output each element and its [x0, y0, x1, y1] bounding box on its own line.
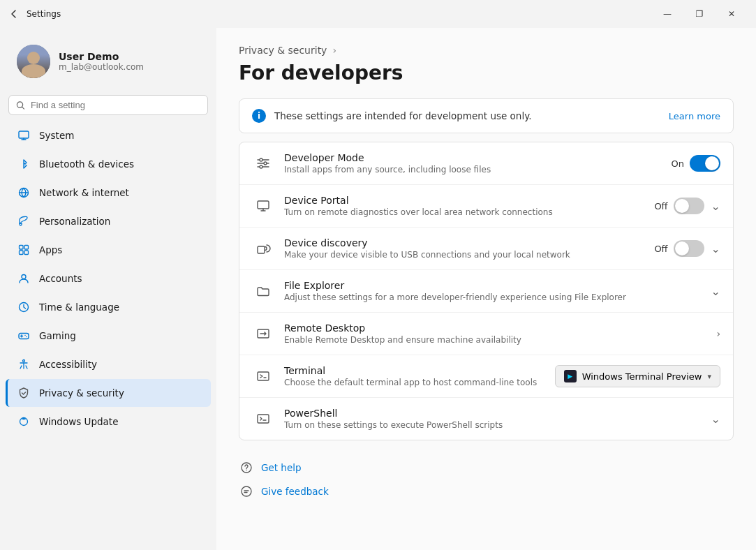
window-title: Settings	[27, 9, 61, 19]
sidebar-item-privacy[interactable]: Privacy & security	[6, 379, 211, 407]
page-title: For developers	[239, 61, 734, 84]
breadcrumb-parent[interactable]: Privacy & security	[239, 45, 327, 56]
setting-info: Device Portal Turn on remote diagnostics…	[284, 195, 644, 217]
info-text: These settings are intended for developm…	[274, 110, 532, 121]
user-profile[interactable]: User Demo m_lab@outlook.com	[6, 36, 211, 87]
chevron-down-icon[interactable]: ⌄	[711, 412, 720, 426]
toggle-control[interactable]: On	[672, 155, 720, 172]
sidebar-item-gaming[interactable]: Gaming	[6, 322, 211, 350]
svg-point-17	[246, 470, 246, 470]
setting-desc: Turn on these settings to execute PowerS…	[284, 420, 702, 430]
footer-link-give-feedback[interactable]: Give feedback	[239, 484, 734, 499]
info-banner: i These settings are intended for develo…	[239, 98, 734, 133]
nav-label: System	[39, 130, 74, 141]
toggle-switch[interactable]	[674, 198, 704, 214]
toggle-thumb	[675, 199, 689, 213]
svg-rect-4	[24, 246, 29, 250]
sidebar-item-bluetooth[interactable]: Bluetooth & devices	[6, 150, 211, 178]
search-icon	[16, 101, 25, 110]
nav-label: Gaming	[39, 330, 76, 341]
sidebar-item-personalization[interactable]: Personalization	[6, 207, 211, 235]
minimize-button[interactable]: —	[651, 3, 683, 25]
setting-title: File Explorer	[284, 280, 702, 291]
nav-label: Bluetooth & devices	[39, 158, 134, 170]
nav-label: Privacy & security	[39, 387, 124, 399]
sidebar-item-accounts[interactable]: Accounts	[6, 265, 211, 292]
search-input[interactable]	[31, 100, 200, 110]
remote-icon	[252, 322, 274, 345]
setting-control: ›	[716, 328, 720, 339]
terminal-dropdown[interactable]: ▶ Windows Terminal Preview ▾	[555, 365, 720, 387]
setting-info: Remote Desktop Enable Remote Desktop and…	[284, 322, 706, 345]
toggle-thumb	[705, 156, 719, 170]
info-icon: i	[252, 109, 266, 123]
monitor-small-icon	[252, 195, 274, 217]
apps-icon	[17, 243, 31, 257]
setting-row-file-explorer[interactable]: File Explorer Adjust these settings for …	[239, 270, 733, 313]
folder-icon	[252, 280, 274, 302]
terminal-app-icon: ▶	[564, 370, 577, 382]
breadcrumb-separator: ›	[332, 45, 336, 56]
setting-info: File Explorer Adjust these settings for …	[284, 280, 702, 302]
titlebar: Settings — ❐ ✕	[0, 0, 756, 28]
setting-info: Terminal Choose the default terminal app…	[284, 365, 545, 387]
setting-row-device-discovery[interactable]: Device discovery Make your device visibl…	[239, 228, 733, 270]
nav-label: Accessibility	[39, 359, 97, 370]
setting-control: ⌄	[711, 412, 720, 426]
sidebar-item-apps[interactable]: Apps	[6, 236, 211, 264]
chevron-down-icon[interactable]: ⌄	[711, 242, 720, 255]
setting-row-terminal[interactable]: Terminal Choose the default terminal app…	[239, 355, 733, 398]
arrow-right-icon[interactable]: ›	[716, 328, 720, 339]
sidebar-item-accessibility[interactable]: Accessibility	[6, 350, 211, 378]
maximize-button[interactable]: ❐	[683, 3, 716, 25]
setting-control: Off ⌄	[654, 198, 720, 214]
svg-rect-11	[258, 201, 269, 209]
privacy-icon	[17, 386, 31, 400]
nav-label: Windows Update	[39, 416, 118, 427]
toggle-thumb	[675, 241, 689, 255]
clock-icon	[17, 300, 31, 314]
toggle-control[interactable]: Off	[654, 198, 704, 214]
user-name: User Demo	[59, 51, 144, 62]
bluetooth-icon	[17, 157, 31, 171]
footer-link-get-help[interactable]: Get help	[239, 460, 734, 475]
user-email: m_lab@outlook.com	[59, 62, 144, 72]
svg-rect-12	[258, 246, 265, 253]
sidebar-item-system[interactable]: System	[6, 121, 211, 149]
setting-row-powershell[interactable]: PowerShell Turn on these settings to exe…	[239, 398, 733, 440]
setting-row-device-portal[interactable]: Device Portal Turn on remote diagnostics…	[239, 185, 733, 228]
chevron-down-icon[interactable]: ⌄	[711, 285, 720, 298]
toggle-switch[interactable]	[674, 240, 704, 257]
back-icon[interactable]	[8, 8, 20, 20]
toggle-label: Off	[654, 244, 667, 254]
setting-desc: Make your device visible to USB connecti…	[284, 250, 644, 260]
nav-label: Personalization	[39, 216, 110, 227]
setting-title: Device discovery	[284, 237, 644, 248]
svg-point-10	[23, 360, 25, 362]
toggle-switch[interactable]	[690, 155, 720, 172]
setting-title: Developer Mode	[284, 152, 662, 163]
sidebar: User Demo m_lab@outlook.com System Bluet…	[0, 28, 216, 550]
sidebar-item-network[interactable]: Network & internet	[6, 179, 211, 207]
setting-control: Off ⌄	[654, 240, 720, 257]
breadcrumb: Privacy & security ›	[239, 45, 734, 56]
sidebar-item-time[interactable]: Time & language	[6, 293, 211, 321]
setting-control: ⌄	[711, 285, 720, 298]
gaming-icon	[17, 329, 31, 343]
setting-title: Terminal	[284, 365, 545, 376]
dropdown-chevron-icon: ▾	[707, 372, 711, 381]
toggle-control[interactable]: Off	[654, 240, 704, 257]
footer-link-label: Get help	[261, 462, 302, 473]
chevron-down-icon[interactable]: ⌄	[711, 200, 720, 213]
setting-control: ▶ Windows Terminal Preview ▾	[555, 365, 720, 387]
search-box[interactable]	[8, 95, 208, 115]
content-area: Privacy & security › For developers i Th…	[216, 28, 756, 550]
close-button[interactable]: ✕	[716, 3, 748, 25]
device-discovery-icon	[252, 237, 274, 260]
sidebar-item-update[interactable]: Windows Update	[6, 408, 211, 436]
setting-row-developer-mode[interactable]: Developer Mode Install apps from any sou…	[239, 142, 733, 185]
setting-title: PowerShell	[284, 408, 702, 419]
setting-row-remote-desktop[interactable]: Remote Desktop Enable Remote Desktop and…	[239, 313, 733, 355]
learn-more-link[interactable]: Learn more	[669, 111, 720, 121]
feedback-icon	[239, 484, 254, 499]
